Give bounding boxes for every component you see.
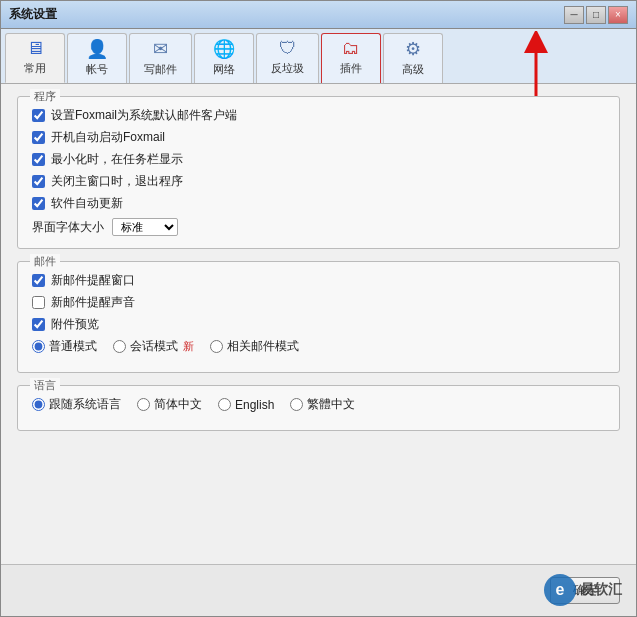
window-controls: ─ □ × — [564, 6, 628, 24]
tab-plugin-label: 插件 — [340, 61, 362, 76]
watermark-text: 易软汇 — [580, 581, 622, 599]
antispam-icon: 🛡 — [279, 38, 297, 59]
mail-mode-row: 普通模式 会话模式 新 相关邮件模式 — [32, 338, 605, 355]
tab-common-label: 常用 — [24, 61, 46, 76]
close-button[interactable]: × — [608, 6, 628, 24]
new-badge: 新 — [183, 339, 194, 354]
checkbox-new-mail-window-input[interactable] — [32, 274, 45, 287]
plugin-icon: 🗂 — [342, 38, 360, 59]
window-title: 系统设置 — [9, 6, 57, 23]
checkbox-auto-start: 开机自动启动Foxmail — [32, 129, 605, 146]
tab-advanced[interactable]: ⚙ 高级 — [383, 33, 443, 83]
checkbox-attachment-preview-input[interactable] — [32, 318, 45, 331]
compose-icon: ✉ — [153, 38, 168, 60]
program-section: 程序 设置Foxmail为系统默认邮件客户端 开机自动启动Foxmail 最小化… — [17, 96, 620, 249]
tab-account-label: 帐号 — [86, 62, 108, 77]
program-section-label: 程序 — [30, 89, 60, 104]
footer: 确定 e 易软汇 — [1, 564, 636, 616]
tab-network-label: 网络 — [213, 62, 235, 77]
radio-simplified-chinese-input[interactable] — [137, 398, 150, 411]
radio-english-label: English — [235, 398, 274, 412]
maximize-button[interactable]: □ — [586, 6, 606, 24]
watermark-logo: e — [544, 574, 576, 606]
checkbox-attachment-preview: 附件预览 — [32, 316, 605, 333]
tab-network[interactable]: 🌐 网络 — [194, 33, 254, 83]
radio-conversation-mode-label: 会话模式 — [130, 338, 178, 355]
radio-related-mode-label: 相关邮件模式 — [227, 338, 299, 355]
checkbox-auto-start-input[interactable] — [32, 131, 45, 144]
checkbox-new-mail-sound: 新邮件提醒声音 — [32, 294, 605, 311]
radio-conversation-mode-input[interactable] — [113, 340, 126, 353]
checkbox-new-mail-sound-input[interactable] — [32, 296, 45, 309]
checkbox-new-mail-sound-label: 新邮件提醒声音 — [51, 294, 135, 311]
tab-plugin[interactable]: 🗂 插件 — [321, 33, 381, 83]
mail-section-label: 邮件 — [30, 254, 60, 269]
system-settings-window: 系统设置 ─ □ × 🖥 常用 👤 帐号 ✉ 写邮件 🌐 网络 🛡 反垃圾 — [0, 0, 637, 617]
radio-follow-system-input[interactable] — [32, 398, 45, 411]
radio-simplified-chinese-label: 简体中文 — [154, 396, 202, 413]
radio-normal-mode-label: 普通模式 — [49, 338, 97, 355]
watermark-logo-text: e — [556, 581, 565, 599]
checkbox-default-client-input[interactable] — [32, 109, 45, 122]
language-section-label: 语言 — [30, 378, 60, 393]
title-bar: 系统设置 ─ □ × — [1, 1, 636, 29]
radio-related-mode-input[interactable] — [210, 340, 223, 353]
checkbox-default-client-label: 设置Foxmail为系统默认邮件客户端 — [51, 107, 237, 124]
radio-conversation-mode[interactable]: 会话模式 新 — [113, 338, 194, 355]
radio-normal-mode[interactable]: 普通模式 — [32, 338, 97, 355]
tab-advanced-label: 高级 — [402, 62, 424, 77]
font-size-select[interactable]: 小 标准 大 — [112, 218, 178, 236]
tab-compose-label: 写邮件 — [144, 62, 177, 77]
mail-section: 邮件 新邮件提醒窗口 新邮件提醒声音 附件预览 普通模式 会话 — [17, 261, 620, 373]
content-area: 程序 设置Foxmail为系统默认邮件客户端 开机自动启动Foxmail 最小化… — [1, 84, 636, 564]
checkbox-close-exit-label: 关闭主窗口时，退出程序 — [51, 173, 183, 190]
tab-compose[interactable]: ✉ 写邮件 — [129, 33, 192, 83]
font-size-row: 界面字体大小 小 标准 大 — [32, 218, 605, 236]
checkbox-new-mail-window-label: 新邮件提醒窗口 — [51, 272, 135, 289]
advanced-icon: ⚙ — [405, 38, 421, 60]
radio-simplified-chinese[interactable]: 简体中文 — [137, 396, 202, 413]
checkbox-auto-start-label: 开机自动启动Foxmail — [51, 129, 165, 146]
language-row: 跟随系统语言 简体中文 English 繁體中文 — [32, 396, 605, 413]
radio-english[interactable]: English — [218, 398, 274, 412]
checkbox-minimize-tray-input[interactable] — [32, 153, 45, 166]
network-icon: 🌐 — [213, 38, 235, 60]
minimize-button[interactable]: ─ — [564, 6, 584, 24]
radio-traditional-chinese[interactable]: 繁體中文 — [290, 396, 355, 413]
checkbox-auto-update-label: 软件自动更新 — [51, 195, 123, 212]
radio-english-input[interactable] — [218, 398, 231, 411]
tab-account[interactable]: 👤 帐号 — [67, 33, 127, 83]
radio-follow-system-label: 跟随系统语言 — [49, 396, 121, 413]
common-icon: 🖥 — [26, 38, 44, 59]
checkbox-minimize-tray-label: 最小化时，在任务栏显示 — [51, 151, 183, 168]
checkbox-auto-update: 软件自动更新 — [32, 195, 605, 212]
tab-antispam-label: 反垃圾 — [271, 61, 304, 76]
checkbox-minimize-tray: 最小化时，在任务栏显示 — [32, 151, 605, 168]
checkbox-auto-update-input[interactable] — [32, 197, 45, 210]
checkbox-close-exit-input[interactable] — [32, 175, 45, 188]
radio-traditional-chinese-label: 繁體中文 — [307, 396, 355, 413]
radio-follow-system[interactable]: 跟随系统语言 — [32, 396, 121, 413]
radio-related-mode[interactable]: 相关邮件模式 — [210, 338, 299, 355]
checkbox-default-client: 设置Foxmail为系统默认邮件客户端 — [32, 107, 605, 124]
tab-common[interactable]: 🖥 常用 — [5, 33, 65, 83]
radio-normal-mode-input[interactable] — [32, 340, 45, 353]
tab-bar: 🖥 常用 👤 帐号 ✉ 写邮件 🌐 网络 🛡 反垃圾 🗂 插件 ⚙ 高级 — [1, 29, 636, 84]
checkbox-close-exit: 关闭主窗口时，退出程序 — [32, 173, 605, 190]
checkbox-new-mail-window: 新邮件提醒窗口 — [32, 272, 605, 289]
watermark: e 易软汇 — [544, 574, 622, 606]
account-icon: 👤 — [86, 38, 108, 60]
font-size-label: 界面字体大小 — [32, 219, 104, 236]
tab-antispam[interactable]: 🛡 反垃圾 — [256, 33, 319, 83]
checkbox-attachment-preview-label: 附件预览 — [51, 316, 99, 333]
radio-traditional-chinese-input[interactable] — [290, 398, 303, 411]
language-section: 语言 跟随系统语言 简体中文 English 繁體中文 — [17, 385, 620, 431]
